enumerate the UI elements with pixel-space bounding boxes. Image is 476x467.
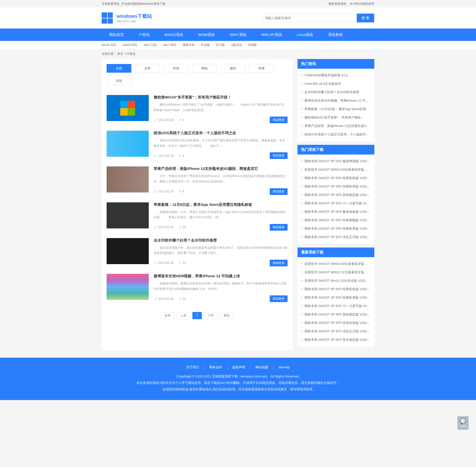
sidebar-list-item[interactable]: 雨林木风 GHOST XP SP3 极速增强版 V201...: [301, 157, 371, 165]
nav-item[interactable]: WIN7系统: [222, 29, 254, 41]
topbar-slogan: 互助联盟系统_专业提供最新版windows系统下载。: [102, 0, 168, 7]
article-thumb[interactable]: [107, 202, 149, 228]
topbar-link-updates[interactable]: 最新更新系统: [328, 0, 346, 7]
sidebar-list-item[interactable]: 雨林木风 GHOST XP SP3 经典标准版 V202...: [301, 224, 371, 233]
article-title[interactable]: 微软推Win10"杀手更新"：所有用户都应升级！: [154, 95, 288, 100]
article-thumb[interactable]: [107, 274, 149, 300]
sidebar-list-item[interactable]: 微博宣布支持HDR视频，苹果iPhone 12 可...: [301, 96, 371, 105]
sidebar-list-item[interactable]: YzmCMS v6.0正式版发布: [301, 80, 371, 88]
page-button[interactable]: 1: [192, 312, 202, 319]
breadcrumb-home[interactable]: 首页: [117, 52, 123, 56]
sidebar-list-item[interactable]: 深度技术 GHOST WIN10 64位新春贺岁版 ...: [301, 165, 371, 174]
sidebar-list-item[interactable]: 雨林木风 GHOST XP SP3 安全稳定版 V202...: [301, 336, 371, 344]
footer-link[interactable]: sitemap: [273, 365, 295, 369]
subnav-item[interactable]: 官方版: [216, 41, 225, 49]
topbar-link-win10-rec[interactable]: WIN10精品推荐: [350, 0, 374, 7]
sidebar-list-item[interactable]: 雨林木风 GHOST XP SP3 经典旗舰版 V201...: [301, 216, 371, 224]
subnav-item[interactable]: 专业版: [201, 41, 210, 49]
sidebar-list-item[interactable]: 深度技术 GHOST WIN10 64位新春贺岁版 ...: [301, 260, 371, 268]
article-thumb[interactable]: [107, 131, 149, 157]
filter-tab[interactable]: 网络: [192, 64, 217, 73]
sidebar-list-item[interactable]: 雨林木风 GHOST XP SP3 优化正式版 V202...: [301, 327, 371, 336]
eye-icon: [178, 297, 181, 301]
topbar: 互助联盟系统_专业提供最新版windows系统下载。 最新更新系统 WIN10精…: [0, 0, 476, 7]
footer-notice: 本站发布的系统与软件仅为个人学习测试使用，请在下载后24小时内删除，不得用于任何…: [0, 380, 476, 386]
page-button[interactable]: 上页: [177, 312, 190, 319]
sidebar-list-item[interactable]: 雨林木风 GHOST XP SP3 装机稳定版 V202...: [301, 310, 371, 319]
sidebar-list-item[interactable]: 雨林木风 GHOST XP SP3 极速体验版 V201...: [301, 208, 371, 216]
sidebar-list-item[interactable]: 雨林木风 GHOST XP SP3 经典装机版 V202...: [301, 174, 371, 182]
nav-item[interactable]: WIN8系统: [191, 29, 222, 41]
filter-tab[interactable]: 苹果: [249, 64, 274, 73]
article-views: 24: [178, 261, 186, 265]
sidebar-list-item[interactable]: 深度技术 GHOST WIN10 32位新春贺岁版 ...: [301, 268, 371, 277]
nav-item[interactable]: IT资讯: [131, 29, 157, 41]
page-button[interactable]: 尾页: [220, 312, 234, 319]
filter-tab[interactable]: 业界: [135, 64, 160, 73]
subnav-item[interactable]: 纯净版: [248, 41, 257, 49]
article-date: 2021-02-26: [154, 154, 174, 157]
read-more-button[interactable]: 阅读更多: [270, 260, 288, 266]
article-title[interactable]: 去水印软件哪个好用？去水印软件推荐: [154, 238, 288, 243]
article-thumb[interactable]: [107, 238, 149, 264]
article-title[interactable]: 苹果新规：12月8日起，要求App Store应用需注有隐私标签: [154, 202, 288, 207]
search-button[interactable]: 搜 索: [357, 14, 374, 22]
sidebar-list-item[interactable]: 统信UOS系统个人版正式发布：个人版的不...: [301, 130, 371, 139]
read-more-button[interactable]: 阅读更多: [270, 117, 288, 123]
footer-link[interactable]: 关于我们: [181, 365, 204, 369]
sidebar-list-item[interactable]: 苹果新规：12月8日起，要求App Store应用...: [301, 105, 371, 113]
article-views: 6: [178, 190, 184, 193]
page-button[interactable]: 首页: [161, 312, 175, 319]
sidebar-list-item[interactable]: 去水印软件哪个好用？去水印软件推荐: [301, 88, 371, 96]
article-item: 苹果新规：12月8日起，要求App Store应用需注有隐私标签据最新消息称，今…: [107, 199, 288, 234]
nav-item[interactable]: WIN XP系统: [254, 29, 289, 41]
read-more-button[interactable]: 阅读更多: [270, 224, 288, 231]
sidebar-list-item[interactable]: 雨林木风 GHOST XP SP3 六一儿童节版 V2...: [301, 302, 371, 310]
footer-link[interactable]: 网站地图: [250, 365, 273, 369]
subnav-item[interactable]: win7 32位: [144, 41, 157, 49]
sidebar: 热门资讯 YZMPHP轻量级开源框架 V2.0YzmCMS v6.0正式版发布去…: [298, 59, 374, 350]
main-nav: 网站首页IT资讯WIN10系统WIN8系统WIN7系统WIN XP系统Linux…: [0, 29, 476, 41]
filter-tab[interactable]: 评测: [164, 64, 188, 73]
sidebar-list-item[interactable]: YZMPHP轻量级开源框架 V2.0: [301, 71, 371, 80]
sidebar-list-item[interactable]: 雨林木风 GHOST XP SP3 装机稳定版 V202...: [301, 191, 371, 199]
nav-item[interactable]: 网站首页: [102, 29, 131, 41]
sidebar-title: 最新系统下载: [298, 248, 374, 257]
filter-tab[interactable]: 微软: [221, 64, 245, 73]
article-title[interactable]: 统信UOS系统个人版正式发布：个人版的不同之处: [154, 131, 288, 135]
sidebar-list-item[interactable]: 雨林木风 GHOST XP SP3 优化正式版 V202...: [301, 233, 371, 241]
subnav-item[interactable]: win10 32位: [102, 41, 117, 49]
filter-tab[interactable]: 全部: [107, 64, 131, 73]
logo[interactable]: windows下载站 http://win1.net/: [102, 12, 152, 24]
article-thumb[interactable]: [107, 95, 149, 121]
sidebar-list-item[interactable]: 雨林木风 GHOST XP SP3 经典标准版 V201...: [301, 182, 371, 191]
sidebar-list-item[interactable]: 苹果产品经理：美版iPhone 12支持毫米波5...: [301, 122, 371, 130]
filter-tab[interactable]: 谷歌: [107, 76, 131, 85]
site-title: windows下载站: [117, 13, 152, 20]
footer-link[interactable]: 版权声明: [227, 365, 250, 369]
sidebar-list-item[interactable]: 微软推Win10"杀手更新"：所有用户都应...: [301, 113, 371, 122]
footer-link[interactable]: 商务合作: [204, 365, 227, 369]
article-title[interactable]: 微博宣布支持HDR视频，苹果iPhone 12 可拍摄上传: [154, 274, 288, 279]
sidebar-list-item[interactable]: 雨林木风 GHOST XP SP3 经典装机版 V202...: [301, 285, 371, 293]
read-more-button[interactable]: 阅读更多: [270, 295, 288, 302]
nav-item[interactable]: 系统教程: [321, 29, 350, 41]
sidebar-list-item[interactable]: 深度技术 GHOST Win10 32位专业版 V202...: [301, 277, 371, 285]
subnav-item[interactable]: 雨林木风: [183, 41, 195, 49]
sidebar-list-item[interactable]: 雨林木风 GHOST XP SP3 六一儿童节版 V2...: [301, 199, 371, 208]
nav-item[interactable]: WIN10系统: [157, 29, 191, 41]
subnav-item[interactable]: u盘启动: [231, 41, 242, 49]
read-more-button[interactable]: 阅读更多: [270, 152, 288, 159]
nav-item[interactable]: Linux系统: [290, 29, 321, 41]
article-thumb[interactable]: [107, 166, 149, 192]
sidebar-list-item[interactable]: 雨林木风 GHOST XP SP3 经典标准版 V202...: [301, 293, 371, 302]
search-input[interactable]: [263, 14, 357, 22]
sidebar-list-item[interactable]: 雨林木风 GHOST XP SP3 快速安装版 V202...: [301, 319, 371, 327]
subnav-item[interactable]: win7 64位: [163, 41, 176, 49]
subnav-item[interactable]: win10 64位: [123, 41, 138, 49]
page-button[interactable]: 下页: [204, 312, 218, 319]
read-more-button[interactable]: 阅读更多: [270, 188, 288, 195]
article-title[interactable]: 苹果产品经理：美版iPhone 12支持毫米波5G频段、网速是其它: [154, 166, 288, 171]
article-desc: 今年，苹果公司发布了苹果系列手机iPhone12，在得知iPhone12国内版不…: [154, 174, 288, 184]
article-item: 统信UOS系统个人版正式发布：个人版的不同之处统信UOS系统近期出场率极高，不少…: [107, 127, 288, 163]
